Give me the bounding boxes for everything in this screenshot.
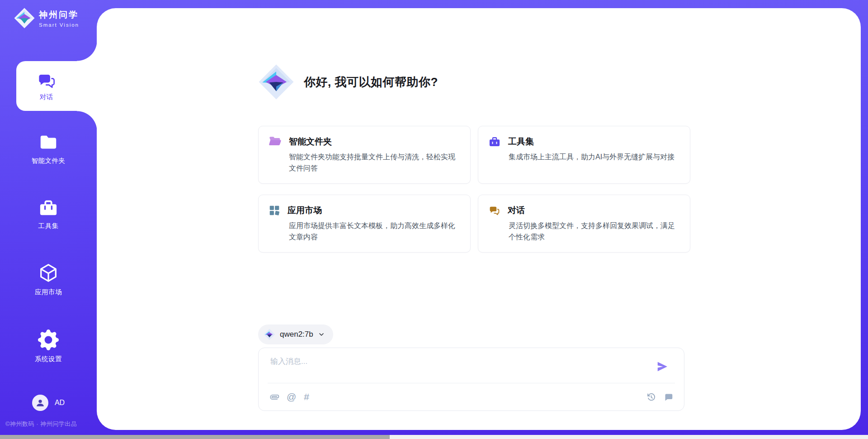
- greeting-block: 你好, 我可以如何帮助你?: [258, 63, 438, 100]
- history-button[interactable]: [646, 392, 656, 402]
- card-title: 应用市场: [288, 205, 322, 216]
- user-profile[interactable]: AD: [0, 395, 97, 411]
- sidebar-item-chat[interactable]: 对话: [16, 61, 97, 111]
- chat-bubble-button[interactable]: [664, 392, 673, 402]
- message-input[interactable]: [270, 356, 646, 380]
- model-diamond-icon: [264, 329, 275, 340]
- user-initials: AD: [55, 399, 65, 407]
- sidebar-item-app-market[interactable]: 应用市场: [0, 262, 97, 296]
- sidebar-item-label: 系统设置: [35, 355, 62, 363]
- brand-diamond-icon: [14, 7, 35, 29]
- grid-icon: [269, 205, 280, 216]
- sidebar-item-label: 智能文件夹: [32, 157, 66, 165]
- horizontal-scrollbar: [0, 435, 868, 439]
- sidebar-item-smart-folder[interactable]: 智能文件夹: [0, 132, 97, 165]
- card-description: 灵活切换多模型文件，支持多样回复效果调试，满足个性化需求: [509, 220, 678, 243]
- card-smart-folder[interactable]: 智能文件夹 智能文件夹功能支持批量文件上传与清洗，轻松实现文件问答: [258, 126, 471, 184]
- sidebar-item-settings[interactable]: 系统设置: [0, 329, 97, 363]
- greeting-title: 你好, 我可以如何帮助你?: [304, 74, 438, 90]
- send-icon: [656, 360, 669, 373]
- paperclip-icon: [268, 391, 281, 403]
- scrollbar-thumb[interactable]: [0, 435, 390, 439]
- send-button[interactable]: [656, 360, 670, 373]
- model-selector[interactable]: qwen2:7b: [258, 324, 333, 344]
- card-description: 集成市场上主流工具，助力AI与外界无缝扩展与对接: [509, 152, 678, 163]
- message-composer: @ #: [258, 348, 684, 411]
- card-toolset[interactable]: 工具集 集成市场上主流工具，助力AI与外界无缝扩展与对接: [478, 126, 690, 184]
- folder-icon: [38, 132, 59, 152]
- card-title: 智能文件夹: [289, 136, 332, 148]
- chat-bubble-icon: [664, 392, 673, 402]
- sidebar-item-label: 对话: [40, 93, 53, 101]
- sidebar-item-toolset[interactable]: 工具集: [0, 198, 97, 230]
- copyright-text: ©神州数码 · 神州问学出品: [5, 420, 77, 428]
- brand-name: 神州问学: [39, 9, 79, 21]
- history-icon: [646, 392, 656, 402]
- card-description: 应用市场提供丰富长文本模板，助力高效生成多样化文章内容: [289, 220, 458, 243]
- sidebar-item-label: 工具集: [38, 222, 59, 230]
- brand-subtitle: Smart Vision: [39, 22, 79, 28]
- card-title: 工具集: [508, 136, 534, 148]
- folder-open-icon: [269, 136, 282, 148]
- sidebar: 神州问学 Smart Vision 对话 智能文件夹: [0, 0, 97, 435]
- briefcase-icon: [488, 136, 501, 148]
- feature-cards: 智能文件夹 智能文件夹功能支持批量文件上传与清洗，轻松实现文件问答 工具集 集成…: [258, 126, 690, 253]
- chat-icon: [37, 71, 56, 90]
- sidebar-item-label: 应用市场: [35, 288, 62, 296]
- card-app-market[interactable]: 应用市场 应用市场提供丰富长文本模板，助力高效生成多样化文章内容: [258, 195, 471, 253]
- attach-file-button[interactable]: [270, 392, 279, 402]
- gear-icon: [38, 329, 59, 350]
- avatar: [32, 395, 48, 411]
- composer-toolbar: @ #: [270, 383, 673, 410]
- mention-button[interactable]: @: [287, 391, 296, 402]
- cube-icon: [38, 262, 59, 283]
- card-title: 对话: [508, 205, 525, 216]
- hash-icon: #: [304, 391, 309, 402]
- briefcase-icon: [38, 198, 59, 217]
- hashtag-button[interactable]: #: [304, 391, 309, 402]
- card-description: 智能文件夹功能支持批量文件上传与清洗，轻松实现文件问答: [289, 152, 458, 174]
- assistant-diamond-icon: [258, 63, 295, 100]
- card-chat[interactable]: 对话 灵活切换多模型文件，支持多样回复效果调试，满足个性化需求: [478, 195, 690, 253]
- brand-logo: 神州问学 Smart Vision: [14, 7, 79, 29]
- model-name: qwen2:7b: [280, 330, 313, 339]
- at-icon: @: [287, 391, 296, 402]
- chat-icon: [488, 205, 500, 216]
- chevron-down-icon: [318, 331, 325, 338]
